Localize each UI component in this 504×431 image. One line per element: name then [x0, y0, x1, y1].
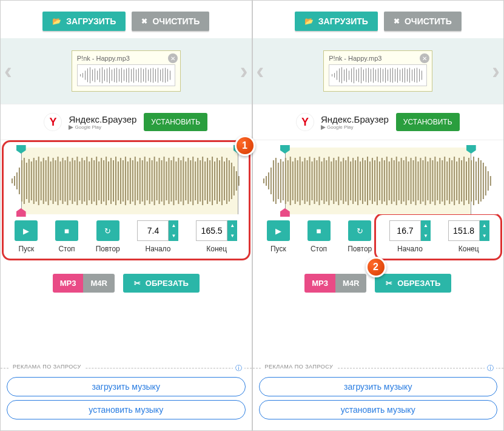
format-mp3-button[interactable]: MP3: [53, 274, 84, 293]
svg-rect-249: [447, 161, 448, 200]
ad-link-1[interactable]: загрузить музыку: [259, 377, 498, 396]
svg-rect-90: [135, 157, 136, 205]
prev-file-button[interactable]: ‹: [4, 58, 12, 84]
svg-rect-207: [346, 160, 347, 202]
end-time-input[interactable]: [448, 220, 480, 241]
svg-rect-109: [180, 160, 181, 202]
svg-rect-26: [143, 69, 144, 82]
svg-rect-144: [356, 70, 357, 81]
file-card[interactable]: P!nk - Happy.mp3 ✕: [72, 50, 181, 92]
svg-rect-222: [381, 158, 383, 204]
svg-rect-4: [90, 67, 90, 83]
ad-link-2[interactable]: установить музыку: [7, 400, 246, 419]
svg-marker-172: [321, 125, 326, 130]
load-label: ЗАГРУЗИТЬ: [66, 16, 116, 26]
end-down-button[interactable]: ▼: [227, 231, 237, 241]
ad-banner[interactable]: Y Яндекс.Браузер Google Play УСТАНОВИТЬ: [253, 104, 504, 140]
repeat-button[interactable]: ↻: [96, 220, 119, 241]
svg-rect-104: [168, 158, 169, 204]
main-waveform[interactable]: [7, 148, 246, 214]
start-time-input[interactable]: [389, 220, 421, 241]
svg-rect-67: [79, 161, 80, 200]
svg-rect-244: [435, 157, 436, 205]
svg-rect-113: [190, 160, 191, 202]
end-time-input[interactable]: [196, 220, 227, 241]
remove-file-button[interactable]: ✕: [420, 53, 429, 63]
svg-rect-68: [81, 158, 82, 204]
install-button[interactable]: УСТАНОВИТЬ: [396, 113, 460, 131]
ad-info-icon[interactable]: ⓘ: [485, 364, 496, 373]
svg-rect-10: [104, 70, 105, 81]
start-down-button[interactable]: ▼: [421, 231, 431, 241]
main-waveform[interactable]: [259, 148, 498, 214]
ad-link-2[interactable]: установить музыку: [259, 400, 498, 419]
svg-rect-91: [137, 161, 138, 200]
play-button[interactable]: ▶: [15, 220, 38, 241]
end-up-button[interactable]: ▲: [480, 220, 489, 231]
svg-rect-125: [219, 160, 220, 202]
install-button[interactable]: УСТАНОВИТЬ: [144, 113, 207, 131]
next-file-button[interactable]: ›: [240, 58, 248, 84]
svg-rect-192: [309, 157, 311, 205]
format-mp3-button[interactable]: MP3: [304, 274, 335, 293]
svg-rect-161: [397, 68, 398, 83]
ad-label: РЕКЛАМА ПО ЗАПРОСУ: [9, 364, 85, 370]
prev-file-button[interactable]: ‹: [257, 58, 264, 84]
svg-rect-137: [339, 69, 340, 83]
svg-rect-234: [411, 158, 412, 204]
format-m4r-button[interactable]: M4R: [335, 274, 366, 293]
format-m4r-button[interactable]: M4R: [83, 274, 114, 293]
svg-rect-201: [331, 161, 332, 200]
svg-rect-119: [204, 161, 206, 200]
file-card[interactable]: P!nk - Happy.mp3 ✕: [323, 50, 432, 92]
remove-file-button[interactable]: ✕: [168, 53, 178, 63]
svg-rect-155: [383, 69, 383, 82]
ad-link-1[interactable]: загрузить музыку: [7, 377, 246, 396]
svg-rect-238: [420, 158, 422, 204]
svg-rect-116: [197, 158, 198, 204]
clear-button[interactable]: ✖ОЧИСТИТЬ: [132, 12, 209, 31]
svg-rect-176: [270, 168, 272, 194]
google-play-badge: Google Play: [69, 124, 136, 130]
start-up-button[interactable]: ▲: [421, 220, 431, 231]
svg-rect-12: [109, 67, 110, 83]
clear-button[interactable]: ✖ОЧИСТИТЬ: [384, 12, 462, 31]
stop-button[interactable]: ■: [55, 220, 78, 241]
svg-rect-83: [118, 161, 119, 200]
svg-rect-46: [29, 159, 30, 203]
start-time-input[interactable]: [137, 220, 169, 241]
svg-rect-134: [332, 74, 332, 76]
end-time-spinner[interactable]: ▲▼: [196, 220, 237, 241]
play-button[interactable]: ▶: [267, 220, 290, 241]
repeat-button[interactable]: ↻: [348, 220, 371, 241]
svg-rect-195: [317, 160, 318, 202]
end-up-button[interactable]: ▲: [227, 220, 237, 231]
svg-rect-231: [403, 160, 405, 202]
end-down-button[interactable]: ▼: [480, 231, 489, 241]
load-button[interactable]: 📂ЗАГРУЗИТЬ: [295, 12, 378, 31]
svg-rect-78: [106, 157, 107, 205]
svg-rect-198: [324, 158, 325, 204]
start-up-button[interactable]: ▲: [169, 220, 178, 231]
scissors-icon: ✂: [386, 279, 392, 288]
svg-rect-107: [175, 161, 176, 200]
svg-rect-124: [217, 158, 218, 204]
svg-rect-93: [142, 160, 143, 202]
waveform-graphic: [263, 154, 492, 208]
next-file-button[interactable]: ›: [492, 58, 500, 84]
svg-rect-230: [401, 158, 402, 204]
start-down-button[interactable]: ▼: [169, 231, 178, 241]
end-time-spinner[interactable]: ▲▼: [448, 220, 489, 241]
svg-rect-210: [352, 158, 354, 204]
clear-label: ОЧИСТИТЬ: [152, 16, 200, 26]
cut-button[interactable]: ✂ОБРЕЗАТЬ: [375, 274, 451, 293]
stop-button[interactable]: ■: [307, 220, 331, 241]
ad-banner[interactable]: Y Яндекс.Браузер Google Play УСТАНОВИТЬ: [1, 104, 252, 140]
start-time-spinner[interactable]: ▲▼: [137, 220, 178, 241]
ad-text: Яндекс.Браузер Google Play: [69, 114, 136, 130]
load-button[interactable]: 📂ЗАГРУЗИТЬ: [42, 12, 126, 31]
start-label: Начало: [397, 245, 423, 253]
cut-button[interactable]: ✂ОБРЕЗАТЬ: [123, 274, 200, 293]
start-time-spinner[interactable]: ▲▼: [389, 220, 431, 241]
ad-info-icon[interactable]: ⓘ: [233, 364, 244, 373]
